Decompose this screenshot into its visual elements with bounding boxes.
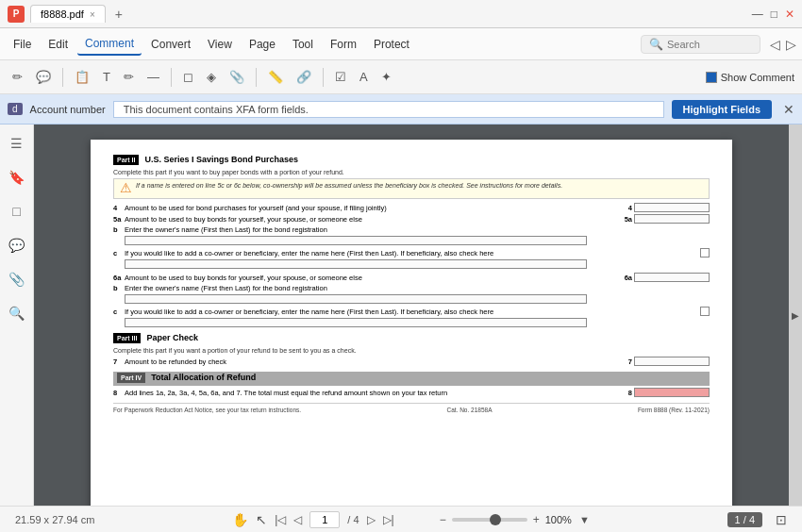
tool-link[interactable]: 🔗: [292, 67, 316, 87]
show-comment-area: Show Comment: [706, 72, 794, 83]
line5c-grid: [125, 259, 710, 269]
part-3-section: Part III Paper Check Complete this part …: [113, 333, 710, 366]
tool-extra3[interactable]: ✦: [376, 67, 396, 87]
sidebar-comment-icon[interactable]: 💬: [6, 234, 28, 257]
tool-extra1[interactable]: ☑: [330, 67, 351, 87]
minimize-button[interactable]: —: [752, 8, 763, 21]
hand-tool-icon[interactable]: ✋: [232, 512, 248, 527]
tool-measure[interactable]: 📏: [263, 67, 288, 87]
close-tab-button[interactable]: ×: [90, 9, 95, 20]
line6b-row: b Enter the owner's name (First then Las…: [113, 284, 710, 292]
zoom-slider[interactable]: [452, 518, 527, 522]
tool-select[interactable]: ✏: [8, 67, 27, 87]
d-badge: d: [8, 103, 23, 115]
sidebar-bookmark-icon[interactable]: 🔖: [6, 166, 28, 189]
pdf-viewer[interactable]: Part II U.S. Series I Savings Bond Purch…: [34, 125, 789, 506]
zoom-dropdown-icon[interactable]: ▼: [579, 514, 590, 525]
maximize-button[interactable]: □: [771, 8, 777, 21]
next-page-button[interactable]: ▷: [367, 513, 376, 526]
line5c-checkbox[interactable]: [700, 248, 710, 258]
line6c-label: c: [113, 308, 125, 316]
right-panel-toggle[interactable]: ▶: [789, 125, 802, 506]
line6b-label: b: [113, 284, 125, 292]
back-icon[interactable]: ◁: [770, 37, 780, 52]
app-icon: P: [8, 6, 25, 23]
pdf-footer: For Paperwork Reduction Act Notice, see …: [113, 403, 710, 413]
line5a-input[interactable]: [634, 214, 710, 224]
menu-tool[interactable]: Tool: [285, 34, 321, 55]
app-icon-letter: P: [13, 8, 20, 19]
page-number-input[interactable]: [309, 511, 340, 528]
last-page-button[interactable]: ▷|: [383, 513, 394, 526]
line4-input[interactable]: [634, 203, 710, 212]
line8-input[interactable]: [634, 388, 710, 397]
tool-line[interactable]: —: [142, 67, 164, 87]
menu-page[interactable]: Page: [242, 34, 283, 55]
show-comment-checkbox[interactable]: [706, 72, 717, 83]
menu-convert[interactable]: Convert: [143, 34, 198, 55]
line5b-label: b: [113, 225, 125, 234]
line6a-input[interactable]: [634, 273, 710, 282]
notification-bar: d Account number This document contains …: [0, 94, 802, 125]
xfa-message: This document contains XFA form fields.: [113, 101, 664, 118]
search-area[interactable]: 🔍: [641, 35, 760, 54]
fit-page-button[interactable]: ⊡: [776, 512, 787, 527]
tool-extra2[interactable]: A: [355, 67, 373, 87]
new-tab-button[interactable]: +: [115, 7, 123, 22]
prev-page-button[interactable]: ◁: [293, 513, 302, 526]
menu-file[interactable]: File: [6, 34, 39, 55]
title-bar: P f8888.pdf × + — □ ✕: [0, 0, 802, 28]
first-page-button[interactable]: |◁: [275, 513, 286, 526]
line6c-checkbox[interactable]: [700, 307, 710, 316]
tool-text[interactable]: T: [98, 67, 115, 87]
menu-bar: File Edit Comment Convert View Page Tool…: [0, 28, 802, 60]
forward-icon[interactable]: ▷: [786, 37, 796, 52]
menu-edit[interactable]: Edit: [41, 34, 75, 55]
zoom-controls: − + 100% ▼: [440, 513, 590, 526]
tool-comment[interactable]: 💬: [31, 67, 56, 87]
tool-area[interactable]: ◈: [202, 67, 221, 87]
main-content: ☰ 🔖 □ 💬 📎 🔍 Part II U.S. Series I Saving…: [0, 125, 802, 506]
zoom-out-button[interactable]: −: [440, 513, 446, 526]
cursor-tool-icon[interactable]: ↖: [256, 512, 267, 527]
part4-title: Total Allocation of Refund: [151, 373, 256, 382]
comment-toolbar: ✏ 💬 📋 T ✏ — ◻ ◈ 📎 📏 🔗 ☑ A ✦ Show Comment: [0, 60, 802, 94]
line5b-text: Enter the owner's name (First then Last)…: [125, 225, 710, 234]
search-input[interactable]: [667, 39, 752, 50]
sidebar-nav-icon[interactable]: ☰: [6, 132, 28, 155]
zoom-thumb: [490, 514, 501, 525]
menu-view[interactable]: View: [200, 34, 240, 55]
paperwork-text: For Paperwork Reduction Act Notice, see …: [113, 407, 301, 413]
toolbar-separator-1: [62, 68, 63, 87]
zoom-in-button[interactable]: +: [533, 513, 540, 526]
warning-icon: ⚠: [120, 180, 132, 195]
tool-stamp[interactable]: 📋: [70, 67, 94, 87]
close-notification-button[interactable]: ✕: [783, 102, 794, 117]
line6a-text: Amount to be used to buy bonds for yours…: [125, 274, 613, 282]
line6b-input[interactable]: [125, 294, 587, 304]
line4-num: 4: [613, 204, 632, 212]
sidebar-page-icon[interactable]: □: [6, 200, 28, 223]
menu-comment[interactable]: Comment: [77, 33, 142, 56]
tool-attach[interactable]: 📎: [225, 67, 249, 87]
page-total-label: / 4: [347, 514, 359, 525]
line7-input[interactable]: [634, 357, 710, 366]
line5b-input[interactable]: [125, 236, 587, 245]
cat-no: Cat. No. 21858A: [446, 407, 492, 413]
line4-label: 4: [113, 204, 125, 212]
line5c-input[interactable]: [125, 259, 587, 269]
tool-shape[interactable]: ◻: [178, 67, 198, 87]
sidebar-attachment-icon[interactable]: 📎: [6, 268, 28, 291]
line5a-label: 5a: [113, 215, 125, 224]
menu-protect[interactable]: Protect: [366, 34, 417, 55]
tool-draw[interactable]: ✏: [119, 67, 139, 87]
line8-text: Add lines 1a, 2a, 3a, 4, 5a, 6a, and 7. …: [125, 389, 613, 397]
line5a-row: 5a Amount to be used to buy bonds for yo…: [113, 214, 710, 224]
line8-label: 8: [113, 389, 125, 397]
close-button[interactable]: ✕: [785, 8, 794, 21]
highlight-fields-button[interactable]: Highlight Fields: [672, 100, 773, 119]
line6c-input[interactable]: [125, 318, 587, 327]
active-tab[interactable]: f8888.pdf ×: [30, 5, 106, 23]
sidebar-search-icon[interactable]: 🔍: [6, 302, 28, 324]
menu-form[interactable]: Form: [323, 34, 364, 55]
